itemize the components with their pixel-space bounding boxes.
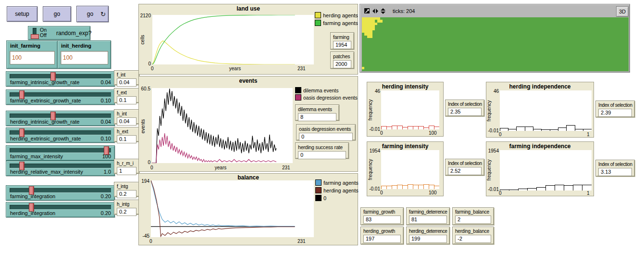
init-farming-label: init_farming [10,43,40,49]
legend-label: dilemma events [303,88,339,93]
slider-farming-extrinsic-growth-rate[interactable]: farming_extrinsic_growth_rate0.10 [6,89,115,105]
slider-track[interactable] [10,148,111,153]
monitor-label: farming_growth [363,209,401,215]
slider-value: 0.04 [101,119,111,125]
slider-track[interactable] [10,205,111,209]
legend-label: farming agents [323,20,358,26]
herding-intensity-plot-area [381,90,439,129]
slider-farming-integration[interactable]: farming_integration0.20 [6,185,115,201]
slider-track[interactable] [10,92,111,97]
x-tick: 0 [380,190,383,195]
monitor-label: herding_growth [363,229,401,234]
init-farming-field[interactable] [10,51,55,64]
monitor-farming: farming 1954 [330,32,354,50]
monitor-value: 0.1 [117,96,136,104]
y-tick: -0.01 [484,128,499,133]
monitor-f-int: f_int 0.04 [114,70,139,85]
plot-title: events [139,77,358,84]
x-tick: 231 [297,239,306,244]
init-herding-field[interactable] [61,51,108,64]
slider-herding-intrinsic-growth-rate[interactable]: herding_intrinsic_growth_rate0.04 [6,111,115,126]
x-tick: 1 [587,191,590,196]
legend-herding-agents: herding agents [315,12,358,18]
slider-herding-relative-max-intensity[interactable]: herding_relative_max_intensity1.0 [6,161,115,176]
x-tick: 231 [297,66,306,71]
x-tick: 100 [429,190,437,195]
monitor-label: f_ext [117,90,136,95]
slider-farming-max-intensity[interactable]: farming_max_intensity100 [6,145,115,161]
monitor-label: farming_balance [455,209,491,215]
slider-track[interactable] [10,114,111,118]
monitor-value: 1954 [333,41,351,49]
legend-label: 0 [323,195,326,201]
monitor-herding-growth: herding_growth 197 [360,227,404,244]
x-tick: 0 [380,130,383,136]
monitor-farming-balance: farming_balance 2 [452,207,494,225]
monitor-label: h_int [117,111,136,116]
slider-track[interactable] [10,188,111,192]
monitor-value: 0 [298,151,346,159]
resize-diagonal-icon[interactable] [364,8,371,14]
legend-swatch [295,94,301,101]
slider-value: 0.10 [101,98,111,103]
y-tick: 46 [368,89,380,94]
go-forever-button[interactable]: go ↻ [76,6,109,22]
y-tick: 46 [486,89,499,94]
y-axis-label: events [140,117,146,136]
y-axis-label: frequency [368,157,373,182]
random-exp-switch[interactable]: On Off random_exp? [28,26,90,40]
legend-label: herding agents [323,13,358,18]
y-axis-label: frequency [486,99,492,124]
monitor-value: 0.1 [117,135,136,143]
x-tick: 0 [151,66,154,71]
slider-track[interactable] [10,74,111,78]
slider-herding-extrinsic-growth-rate[interactable]: herding_extrinsic_growth_rate0.10 [6,127,115,143]
monitor-label: farming_deterrence [409,209,447,215]
slider-track[interactable] [10,130,111,135]
monitor-label: patches [333,53,351,59]
monitor-label: Index of selection [448,102,482,107]
go-button[interactable]: go [43,6,71,22]
y-tick: -45 [139,233,149,239]
events-plot-area [152,88,293,163]
plot-title: herding independence [486,83,594,90]
y-tick: -0.01 [484,187,499,192]
herding-independence-plot-area [500,90,592,131]
legend-swatch [315,195,322,201]
y-tick: 1954 [486,148,499,153]
monitor-label: Index of selection [598,162,632,167]
monitor-label: dilemma events [298,106,336,112]
y-tick: 1954 [368,148,380,153]
vertical-arrows-icon[interactable] [380,8,386,14]
monitor-herding-success-rate: herding success rate 0 [295,142,349,159]
slider-herding-integration[interactable]: herding_integration0.20 [6,202,115,217]
y-tick: 0 [139,61,151,66]
monitor-herding-balance: herding_balance -2 [452,227,494,244]
balance-plot-area [151,180,314,237]
slider-label: herding_extrinsic_growth_rate [10,136,81,141]
plot-farming-independence: farming independence 1954 -0.01 frequenc… [486,141,594,196]
plot-title: land use [139,5,358,12]
monitor-value: -2 [455,235,491,243]
init-farming-inputbox: init_farming [6,40,58,69]
legend-farming-agents: farming agents [315,20,358,26]
plot-herding-intensity: herding intensity 46 -0.01 frequency 0 1… [367,82,444,137]
world-canvas[interactable] [362,17,629,71]
y-tick: 0 [139,160,150,165]
setup-button[interactable]: setup [7,6,37,22]
ticks-counter: ticks: 204 [393,8,415,14]
slider-track[interactable] [10,164,111,168]
slider-farming-intrinsic-growth-rate[interactable]: farming_intrinsic_growth_rate0.04 [6,71,115,87]
view-3d-button[interactable]: 3D [616,6,629,17]
monitor-value: 8 [298,113,336,121]
init-herding-label: init_herding [61,43,91,49]
monitor-h-ext: h_ext 0.1 [114,127,139,142]
monitor-herding-deterrence: herding_deterrence 199 [406,227,450,244]
x-tick: 0 [499,191,502,196]
monitor-value: 0.2 [117,190,136,198]
switch-handle[interactable] [31,34,39,39]
x-tick: 0 [499,132,502,137]
legend-oasis-degression-events: oasis degression events [295,94,358,101]
go-forever-button-label: go [87,11,93,17]
horizontal-arrows-icon[interactable] [372,8,379,14]
